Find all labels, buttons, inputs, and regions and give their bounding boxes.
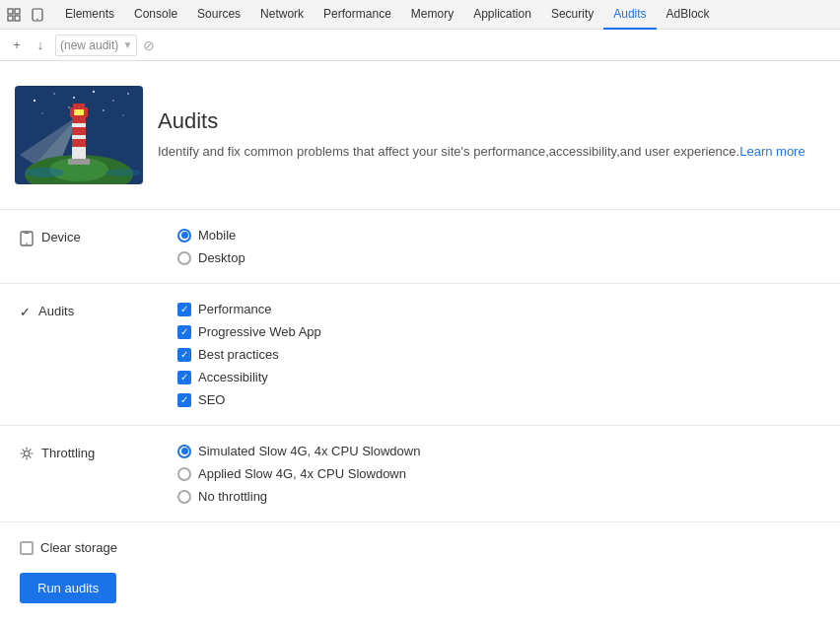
clear-storage-checkbox[interactable]: [20, 541, 34, 555]
svg-point-13: [41, 112, 42, 113]
audits-toolbar: + ↓ (new audit) ▼ ⊘: [0, 30, 840, 61]
chevron-down-icon: ▼: [122, 39, 132, 50]
audit-selector[interactable]: (new audit) ▼: [55, 35, 137, 56]
throttling-applied-label: Applied Slow 4G, 4x CPU Slowdown: [198, 466, 406, 481]
tab-memory[interactable]: Memory: [401, 0, 463, 30]
svg-point-9: [73, 97, 75, 99]
gear-icon: [20, 447, 34, 463]
svg-rect-3: [15, 16, 20, 21]
throttling-controls: Simulated Slow 4G, 4x CPU Slowdown Appli…: [177, 444, 820, 504]
audits-title: Audits: [158, 108, 805, 134]
throttling-label: Throttling: [20, 444, 177, 504]
audits-label-text: Audits: [38, 304, 74, 318]
svg-point-14: [68, 106, 70, 108]
mobile-icon[interactable]: [28, 5, 47, 25]
tab-sources[interactable]: Sources: [187, 0, 250, 30]
device-section: Device Mobile Desktop: [0, 210, 840, 284]
svg-point-29: [25, 168, 64, 177]
svg-point-7: [34, 100, 35, 102]
audit-performance-option[interactable]: ✓ Performance: [177, 302, 820, 316]
learn-more-link[interactable]: Learn more: [739, 144, 805, 159]
svg-rect-1: [8, 16, 13, 21]
svg-rect-2: [15, 9, 20, 14]
svg-point-32: [26, 243, 28, 244]
device-controls: Mobile Desktop: [177, 228, 820, 265]
tabs-list: Elements Console Sources Network Perform…: [55, 0, 720, 30]
tab-security[interactable]: Security: [541, 0, 603, 30]
throttling-slow4g-radio[interactable]: [177, 445, 191, 458]
svg-rect-24: [72, 139, 86, 147]
svg-rect-23: [72, 127, 86, 135]
inspect-icon[interactable]: [4, 5, 24, 25]
throttling-applied-option[interactable]: Applied Slow 4G, 4x CPU Slowdown: [177, 466, 820, 481]
tab-console[interactable]: Console: [124, 0, 187, 30]
audit-accessibility-checkbox[interactable]: ✓: [177, 371, 191, 384]
audits-header-text: Audits Identify and fix common problems …: [158, 108, 805, 162]
throttling-slow4g-label: Simulated Slow 4G, 4x CPU Slowdown: [198, 444, 420, 458]
tab-elements[interactable]: Elements: [55, 0, 124, 30]
tab-adblock[interactable]: AdBlock: [657, 0, 720, 30]
throttling-slow4g-option[interactable]: Simulated Slow 4G, 4x CPU Slowdown: [177, 444, 820, 458]
device-label-text: Device: [41, 230, 81, 244]
clear-storage-row: Clear storage: [20, 540, 820, 555]
audit-selector-text: (new audit): [60, 38, 118, 52]
audit-seo-label: SEO: [198, 392, 225, 407]
bottom-section: Clear storage Run audits: [0, 522, 840, 621]
device-mobile-radio[interactable]: [177, 229, 191, 243]
audit-pwa-checkbox[interactable]: ✓: [177, 325, 191, 339]
device-mobile-option[interactable]: Mobile: [177, 228, 820, 243]
svg-rect-27: [74, 109, 84, 115]
throttling-applied-radio[interactable]: [177, 467, 191, 481]
audits-header: Audits Identify and fix common problems …: [0, 61, 840, 210]
download-button[interactable]: ↓: [32, 36, 49, 54]
svg-rect-28: [68, 159, 90, 165]
clear-storage-label: Clear storage: [40, 540, 117, 555]
audit-performance-label: Performance: [198, 302, 271, 316]
device-desktop-label: Desktop: [198, 250, 245, 265]
audit-bestpractices-checkbox[interactable]: ✓: [177, 348, 191, 362]
audit-bestpractices-option[interactable]: ✓ Best practices: [177, 347, 820, 362]
audit-seo-option[interactable]: ✓ SEO: [177, 392, 820, 407]
tab-performance[interactable]: Performance: [314, 0, 401, 30]
checkmark-icon: ✓: [20, 305, 31, 319]
svg-point-30: [105, 169, 141, 176]
tab-application[interactable]: Application: [463, 0, 541, 30]
device-mobile-label: Mobile: [198, 228, 236, 243]
svg-rect-0: [8, 9, 13, 14]
svg-point-34: [25, 452, 30, 456]
throttling-none-label: No throttling: [198, 489, 267, 504]
cancel-button[interactable]: ⊘: [143, 37, 155, 53]
run-audits-button[interactable]: Run audits: [20, 573, 116, 603]
svg-point-11: [112, 100, 114, 102]
svg-point-12: [127, 93, 129, 95]
audit-performance-checkbox[interactable]: ✓: [177, 303, 191, 316]
audits-illustration: [0, 81, 158, 189]
svg-rect-26: [73, 104, 85, 109]
audit-pwa-option[interactable]: ✓ Progressive Web App: [177, 324, 820, 339]
audit-accessibility-option[interactable]: ✓ Accessibility: [177, 370, 820, 384]
svg-point-15: [103, 109, 105, 111]
add-audit-button[interactable]: +: [8, 36, 26, 54]
svg-point-10: [93, 91, 95, 93]
audit-pwa-label: Progressive Web App: [198, 324, 321, 339]
audit-accessibility-label: Accessibility: [198, 370, 268, 384]
audit-bestpractices-label: Best practices: [198, 347, 279, 362]
device-icon: [20, 231, 34, 249]
audits-section: ✓ Audits ✓ Performance ✓ Progressive Web…: [0, 284, 840, 426]
devtools-tabbar: Elements Console Sources Network Perform…: [0, 0, 840, 30]
svg-point-8: [53, 93, 55, 95]
tab-network[interactable]: Network: [250, 0, 314, 30]
audits-controls: ✓ Performance ✓ Progressive Web App ✓ Be…: [177, 302, 820, 407]
throttling-section: Throttling Simulated Slow 4G, 4x CPU Slo…: [0, 426, 840, 522]
audits-description: Identify and fix common problems that af…: [158, 142, 805, 162]
tab-audits[interactable]: Audits: [603, 0, 656, 30]
audit-seo-checkbox[interactable]: ✓: [177, 393, 191, 407]
main-content: Audits Identify and fix common problems …: [0, 61, 840, 626]
device-label: Device: [20, 228, 177, 265]
device-desktop-radio[interactable]: [177, 251, 191, 265]
device-desktop-option[interactable]: Desktop: [177, 250, 820, 265]
throttling-none-option[interactable]: No throttling: [177, 489, 820, 504]
audits-label: ✓ Audits: [20, 302, 177, 407]
throttling-none-radio[interactable]: [177, 490, 191, 504]
svg-point-16: [122, 114, 123, 115]
